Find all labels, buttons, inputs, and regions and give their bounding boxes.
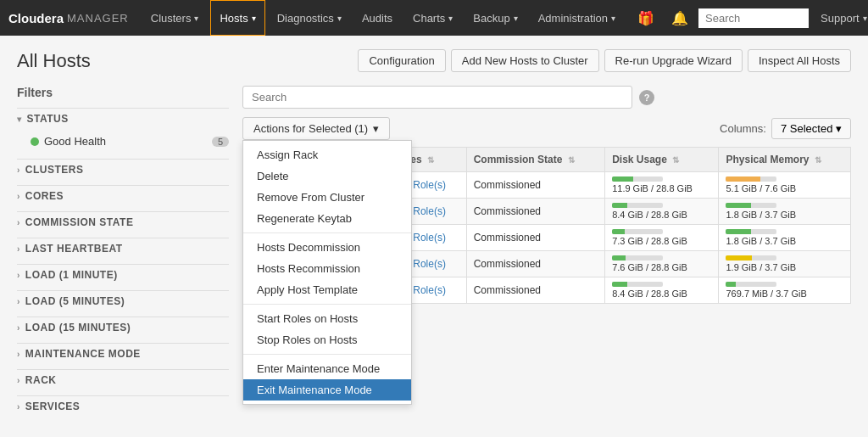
filter-header-load-15[interactable]: › LOAD (15 MINUTES) (17, 317, 229, 338)
filter-section-status: ▾ STATUS Good Health 5 (17, 108, 229, 154)
th-commission-state[interactable]: Commission State ⇅ (466, 148, 604, 172)
chevron-right-icon: › (17, 297, 20, 306)
filter-section-cores: › CORES (17, 185, 229, 206)
nav-item-clusters[interactable]: Clusters ▾ (142, 0, 208, 36)
filter-header-last-heartbeat[interactable]: › LAST HEARTBEAT (17, 238, 229, 259)
dropdown-item-hosts-decommission[interactable]: Hosts Decommission (243, 237, 411, 258)
actions-dropdown-wrapper: Actions for Selected (1) ▾ Assign Rack D… (242, 117, 390, 140)
mem-progress-track (726, 255, 776, 261)
nav-item-support[interactable]: Support ▾ (812, 0, 868, 36)
cell-commission: Commissioned (466, 225, 604, 251)
nav-item-audits[interactable]: Audits (353, 0, 401, 36)
dropdown-item-apply-host-template[interactable]: Apply Host Template (243, 279, 411, 300)
filter-header-cores[interactable]: › CORES (17, 185, 229, 206)
dropdown-item-assign-rack[interactable]: Assign Rack (243, 144, 411, 165)
columns-selected-button[interactable]: 7 Selected ▾ (771, 118, 851, 139)
filter-section-maintenance-mode: › MAINTENANCE MODE (17, 343, 229, 364)
chevron-down-icon: ▾ (17, 115, 22, 124)
nav-search-input[interactable] (698, 8, 809, 28)
cell-disk: 7.6 GiB / 28.8 GiB (605, 251, 719, 277)
chevron-down-icon: ▾ (863, 14, 867, 23)
mem-progress-track (726, 229, 776, 234)
dropdown-item-enter-maintenance[interactable]: Enter Maintenance Mode (243, 358, 411, 379)
columns-label: Columns: (720, 122, 766, 135)
dropdown-item-start-roles[interactable]: Start Roles on Hosts (243, 308, 411, 329)
disk-value: 11.9 GiB / 28.8 GiB (612, 183, 711, 193)
disk-value: 8.4 GiB / 28.8 GiB (612, 210, 711, 220)
actions-for-selected-button[interactable]: Actions for Selected (1) ▾ (242, 117, 390, 140)
filter-header-clusters[interactable]: › CLUSTERS (17, 159, 229, 180)
dropdown-item-delete[interactable]: Delete (243, 165, 411, 187)
nav-item-administration[interactable]: Administration ▾ (530, 0, 624, 36)
disk-progress-fill (612, 176, 633, 182)
chevron-right-icon: › (17, 165, 20, 175)
actions-dropdown-label: Actions for Selected (1) (253, 122, 368, 135)
filter-header-rack[interactable]: › RACK (17, 369, 229, 390)
actions-row: Actions for Selected (1) ▾ Assign Rack D… (242, 117, 851, 140)
page-header: All Hosts Configuration Add New Hosts to… (17, 49, 851, 72)
logo: Cloudera MANAGER (8, 11, 129, 25)
mem-progress-track (726, 203, 776, 208)
gift-icon[interactable]: 🎁 (631, 10, 661, 26)
cell-commission: Commissioned (466, 172, 604, 199)
filter-header-services[interactable]: › SERVICES (17, 395, 229, 417)
disk-progress-track (612, 255, 663, 261)
good-health-dot (31, 137, 39, 146)
filter-header-load-1[interactable]: › LOAD (1 MINUTE) (17, 264, 229, 285)
filter-section-last-heartbeat: › LAST HEARTBEAT (17, 238, 229, 259)
filter-content-status: Good Health 5 (17, 129, 229, 154)
columns-selector: Columns: 7 Selected ▾ (720, 118, 851, 139)
sidebar-filters: Filters ▾ STATUS Good Health 5 (17, 86, 229, 422)
disk-progress-track (612, 203, 663, 208)
filter-header-commission-state[interactable]: › COMMISSION STATE (17, 211, 229, 233)
cell-memory: 1.8 GiB / 3.7 GiB (719, 199, 851, 225)
table-search-input[interactable] (242, 86, 632, 109)
bell-icon[interactable]: 🔔 (665, 10, 695, 26)
nav-item-diagnostics[interactable]: Diagnostics ▾ (269, 0, 350, 36)
th-physical-memory[interactable]: Physical Memory ⇅ (719, 148, 851, 172)
chevron-right-icon: › (17, 350, 20, 359)
columns-selected-label: 7 Selected (781, 122, 832, 135)
disk-value: 8.4 GiB / 28.8 GiB (612, 289, 711, 299)
nav-item-charts[interactable]: Charts ▾ (404, 0, 461, 36)
nav-item-backup[interactable]: Backup ▾ (465, 0, 526, 36)
cell-memory: 5.1 GiB / 7.6 GiB (719, 172, 851, 199)
dropdown-item-exit-maintenance[interactable]: Exit Maintenance Mode (243, 379, 411, 401)
top-navigation: Cloudera MANAGER Clusters ▾ Hosts ▾ Diag… (0, 0, 868, 36)
dropdown-item-stop-roles[interactable]: Stop Roles on Hosts (243, 329, 411, 350)
mem-progress-fill (726, 203, 750, 208)
rerun-wizard-button[interactable]: Re-run Upgrade Wizard (604, 49, 743, 72)
filter-header-status[interactable]: ▾ STATUS (17, 108, 229, 129)
mem-value: 769.7 MiB / 3.7 GiB (726, 289, 843, 299)
chevron-right-icon: › (17, 271, 20, 280)
mem-value: 1.9 GiB / 3.7 GiB (726, 262, 843, 272)
disk-progress-fill (612, 203, 626, 208)
chevron-down-icon: ▾ (252, 14, 256, 23)
cell-disk: 11.9 GiB / 28.8 GiB (605, 172, 719, 199)
cell-memory: 769.7 MiB / 3.7 GiB (719, 277, 851, 304)
nav-item-hosts[interactable]: Hosts ▾ (210, 0, 264, 36)
disk-progress-fill (612, 282, 626, 287)
th-disk-usage[interactable]: Disk Usage ⇅ (605, 148, 719, 172)
filter-header-maintenance-mode[interactable]: › MAINTENANCE MODE (17, 343, 229, 364)
filter-item-good-health[interactable]: Good Health 5 (31, 132, 229, 150)
sort-icon-memory: ⇅ (815, 155, 821, 165)
cell-memory: 1.8 GiB / 3.7 GiB (719, 225, 851, 251)
filters-title: Filters (17, 86, 229, 99)
main-layout: Filters ▾ STATUS Good Health 5 (17, 86, 851, 422)
page-content: All Hosts Configuration Add New Hosts to… (0, 36, 868, 435)
actions-dropdown-menu: Assign Rack Delete Remove From Cluster R… (242, 140, 412, 405)
dropdown-item-remove-cluster[interactable]: Remove From Cluster (243, 187, 411, 208)
configuration-button[interactable]: Configuration (358, 49, 445, 72)
cell-disk: 8.4 GiB / 28.8 GiB (605, 199, 719, 225)
dropdown-item-regenerate-keytab[interactable]: Regenerate Keytab (243, 208, 411, 229)
chevron-right-icon: › (17, 218, 20, 227)
help-icon[interactable]: ? (639, 90, 654, 105)
inspect-all-hosts-button[interactable]: Inspect All Hosts (748, 49, 851, 72)
filter-header-load-5[interactable]: › LOAD (5 MINUTES) (17, 290, 229, 311)
chevron-down-icon: ▾ (373, 122, 379, 135)
filter-section-services: › SERVICES (17, 395, 229, 417)
disk-value: 7.3 GiB / 28.8 GiB (612, 236, 711, 246)
dropdown-item-hosts-recommission[interactable]: Hosts Recommission (243, 258, 411, 279)
add-new-hosts-button[interactable]: Add New Hosts to Cluster (451, 49, 599, 72)
